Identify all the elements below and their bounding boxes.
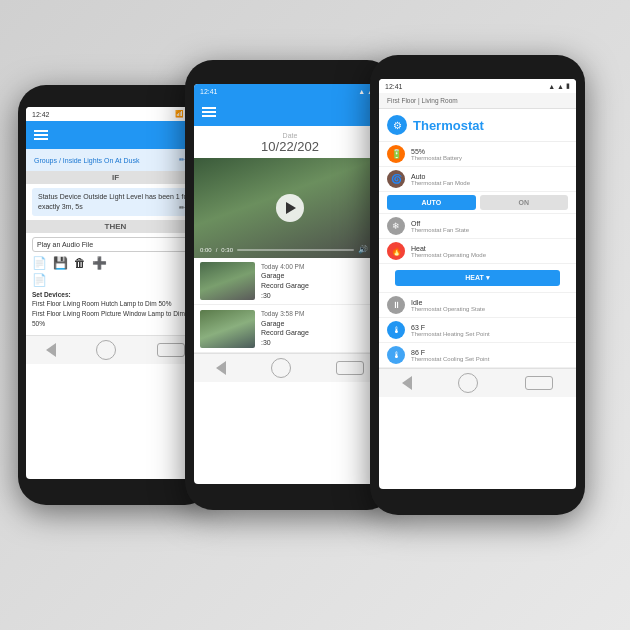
phone-3-signal-icon: ▲ — [557, 83, 564, 90]
phone-1-save-icon[interactable]: 💾 — [53, 256, 68, 270]
phone-3-battery-row: 🔋 55% Thermostat Battery — [379, 142, 576, 167]
phone-2-screen: 12:41 ▲ ▲ ▮ Date 10/22/202 — [194, 84, 386, 484]
phone-3-time: 12:41 — [385, 83, 403, 90]
phone-1-file2-icon: 📄 — [32, 273, 47, 287]
phone-3-battery-content: 55% Thermostat Battery — [411, 148, 462, 161]
recording-1-thumbnail-image — [200, 262, 255, 300]
phone-3-auto-button[interactable]: AUTO — [387, 195, 476, 210]
phone-3-fan-mode-icon: 🌀 — [387, 170, 405, 188]
recording-2-thumbnail-image — [200, 310, 255, 348]
recording-2-action: Record Garage — [261, 328, 380, 338]
phone-2-time: 12:41 — [200, 88, 218, 95]
phone-1-devices-title: Set Devices: — [32, 290, 199, 300]
phone-3-fan-mode-row: 🌀 Auto Thermostat Fan Mode — [379, 167, 576, 192]
phone-1-home-button[interactable] — [96, 340, 116, 360]
phone-2-date-label: Date — [194, 132, 386, 139]
phone-2-recording-list: Today 4:00 PM Garage Record Garage :30 T… — [194, 258, 386, 353]
recording-2-info: Today 3:58 PM Garage Record Garage :30 — [261, 309, 380, 347]
phone-2-date-section: Date 10/22/202 — [194, 126, 386, 158]
phone-2-progress-bar[interactable] — [237, 249, 354, 251]
recording-1-thumbnail — [200, 262, 255, 300]
phone-2-back-button[interactable] — [216, 361, 226, 375]
recording-2-thumbnail — [200, 310, 255, 348]
phone-3-operating-state-content: Idle Thermostat Operating State — [411, 299, 485, 312]
phone-3-status-icons: ▲ ▲ ▮ — [548, 82, 570, 90]
recording-2-time: Today 3:58 PM — [261, 309, 380, 318]
phone-2-video-time-separator: / — [216, 247, 218, 253]
phone-3-fan-mode-label: Thermostat Fan Mode — [411, 180, 470, 186]
phone-1-screen: 12:42 📶 ▲ ▮ Groups / Inside Lights On At… — [26, 107, 205, 479]
phone-1-file-icon: 📄 — [32, 256, 47, 270]
phone-3-operating-state-row: ⏸ Idle Thermostat Operating State — [379, 293, 576, 318]
phone-3-fan-state-label: Thermostat Fan State — [411, 227, 469, 233]
phone-3-heating-setpoint-row: 🌡 63 F Thermostat Heating Set Point — [379, 318, 576, 343]
phone-2-video-player[interactable]: 0:00 / 0:30 🔊 ⛶ — [194, 158, 386, 258]
phone-1-delete-icon[interactable]: 🗑 — [74, 256, 86, 270]
phone-3-heat-button-container: HEAT ▾ — [379, 264, 576, 293]
phone-3-status-bar: 12:41 ▲ ▲ ▮ — [379, 79, 576, 93]
recording-2-location: Garage — [261, 319, 380, 329]
phone-3-fan-state-row: ❄ Off Thermostat Fan State — [379, 214, 576, 239]
phone-1-file-icons-2: 📄 — [32, 273, 199, 287]
recording-2-duration: :30 — [261, 338, 380, 348]
phone-3-battery-value: 55% — [411, 148, 462, 155]
phone-3-operating-mode-value: Heat — [411, 245, 486, 252]
phone-3-heating-setpoint-value: 63 F — [411, 324, 490, 331]
phone-1-time: 12:42 — [32, 111, 50, 118]
phone-2: 12:41 ▲ ▲ ▮ Date 10/22/202 — [185, 60, 395, 510]
phone-3-fan-mode-buttons: AUTO ON — [379, 192, 576, 214]
phone-1-wifi-icon: 📶 — [175, 110, 184, 118]
phone-1-nav-bar — [26, 335, 205, 364]
phone-3-on-button[interactable]: ON — [480, 195, 569, 210]
recording-item-2[interactable]: Today 3:58 PM Garage Record Garage :30 — [194, 305, 386, 352]
phone-3-screen: 12:41 ▲ ▲ ▮ First Floor | Living Room ⚙ … — [379, 79, 576, 489]
phone-1-menu-icon[interactable] — [34, 130, 48, 140]
phone-3-operating-mode-row: 🔥 Heat Thermostat Operating Mode — [379, 239, 576, 264]
phone-3-operating-state-label: Thermostat Operating State — [411, 306, 485, 312]
phone-1-top-bar — [26, 121, 205, 149]
phone-3-thermostat-header: ⚙ Thermostat — [379, 109, 576, 142]
phone-2-volume-icon[interactable]: 🔊 — [358, 245, 368, 254]
phone-3-thermostat-title: Thermostat — [413, 118, 484, 133]
phone-3-heat-button[interactable]: HEAT ▾ — [395, 270, 560, 286]
phone-1-back-button[interactable] — [46, 343, 56, 357]
phone-2-play-button[interactable] — [276, 194, 304, 222]
phone-2-wifi-icon: ▲ — [358, 88, 365, 95]
phone-3-operating-state-value: Idle — [411, 299, 485, 306]
phone-3-gear-icon: ⚙ — [387, 115, 407, 135]
phone-1-status-bar: 12:42 📶 ▲ ▮ — [26, 107, 205, 121]
phone-3-operating-mode-content: Heat Thermostat Operating Mode — [411, 245, 486, 258]
recording-1-action: Record Garage — [261, 281, 380, 291]
phone-2-top-bar — [194, 98, 386, 126]
phone-1-action-select[interactable]: Play an Audio File ▼ — [32, 237, 199, 252]
phone-2-date-value: 10/22/202 — [194, 139, 386, 154]
phone-3-cooling-setpoint-icon: 🌡 — [387, 346, 405, 364]
phone-1-device-line-2: First Floor Living Room Picture Window L… — [32, 309, 199, 329]
scene: 12:42 📶 ▲ ▮ Groups / Inside Lights On At… — [0, 0, 630, 630]
phone-3-cooling-setpoint-row: 🌡 86 F Thermostat Cooling Set Point — [379, 343, 576, 368]
phone-1-condition-text: Status Device Outside Light Level has be… — [38, 193, 190, 210]
phone-3-heating-setpoint-content: 63 F Thermostat Heating Set Point — [411, 324, 490, 337]
phone-3-operating-state-icon: ⏸ — [387, 296, 405, 314]
phone-2-menu-icon[interactable] — [202, 107, 216, 117]
phone-3-heating-setpoint-label: Thermostat Heating Set Point — [411, 331, 490, 337]
phone-1-recents-button[interactable] — [157, 343, 185, 357]
recording-item-1[interactable]: Today 4:00 PM Garage Record Garage :30 — [194, 258, 386, 305]
phone-3-back-button[interactable] — [402, 376, 412, 390]
phone-1-action-icons: 📄 💾 🗑 ➕ — [32, 256, 199, 270]
phone-1-devices-section: Set Devices: First Floor Living Room Hut… — [32, 290, 199, 329]
phone-3-cooling-setpoint-label: Thermostat Cooling Set Point — [411, 356, 489, 362]
phone-3-operating-mode-label: Thermostat Operating Mode — [411, 252, 486, 258]
phone-1-then-label: THEN — [26, 220, 205, 233]
phone-3-recents-button[interactable] — [525, 376, 553, 390]
phone-1-add-icon[interactable]: ➕ — [92, 256, 107, 270]
phone-1-breadcrumb: Groups / Inside Lights On At Dusk ✏ 🏃 — [26, 149, 205, 171]
phone-3-fan-mode-value: Auto — [411, 173, 470, 180]
phone-2-recents-button[interactable] — [336, 361, 364, 375]
phone-3-home-button[interactable] — [458, 373, 478, 393]
phone-3-fan-state-value: Off — [411, 220, 469, 227]
phone-2-video-time-total: 0:30 — [221, 247, 233, 253]
phone-3-battery-icon: ▮ — [566, 82, 570, 90]
phone-3-fan-state-icon: ❄ — [387, 217, 405, 235]
phone-2-home-button[interactable] — [271, 358, 291, 378]
